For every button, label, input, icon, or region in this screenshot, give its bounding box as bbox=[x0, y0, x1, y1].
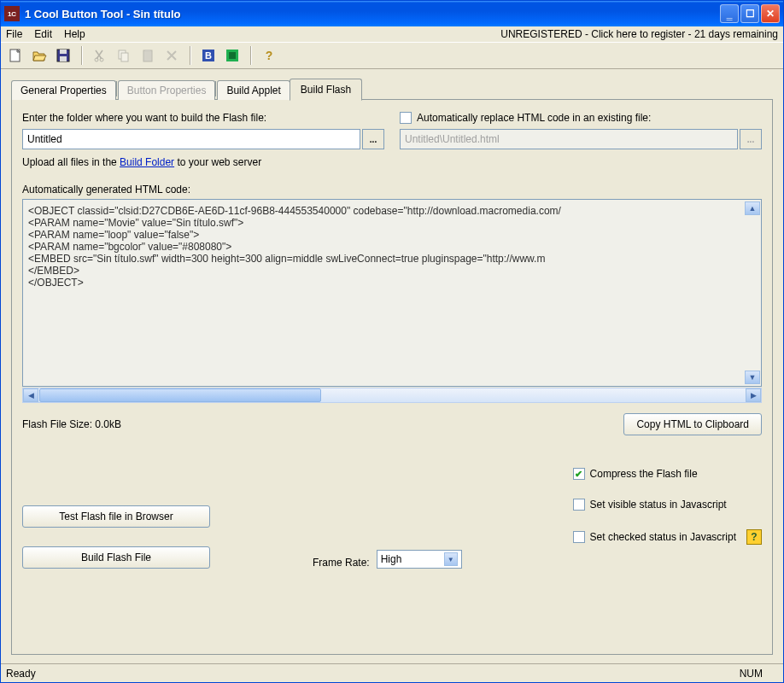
test-flash-button[interactable]: Test Flash file in Browser bbox=[22, 505, 210, 528]
chevron-down-icon: ▼ bbox=[444, 552, 458, 566]
app-icon: 1C bbox=[4, 6, 20, 21]
svg-rect-7 bbox=[121, 53, 128, 61]
delete-icon bbox=[162, 46, 181, 65]
build-folder-link[interactable]: Build Folder bbox=[120, 156, 174, 168]
scroll-right-icon[interactable]: ▶ bbox=[746, 388, 761, 402]
scroll-thumb[interactable] bbox=[39, 388, 321, 402]
frame-rate-select[interactable]: High ▼ bbox=[377, 550, 462, 569]
build-flash-button[interactable]: Build Flash File bbox=[22, 546, 210, 569]
window-title: 1 Cool Button Tool - Sin título bbox=[25, 8, 720, 20]
tab-bar: General Properties Button Properties Bui… bbox=[11, 78, 773, 99]
svg-rect-3 bbox=[60, 56, 67, 61]
register-link[interactable]: UNREGISTERED - Click here to register - … bbox=[500, 28, 778, 40]
scroll-left-icon[interactable]: ◀ bbox=[23, 388, 38, 402]
auto-replace-checkbox[interactable] bbox=[400, 112, 412, 124]
svg-rect-13 bbox=[229, 52, 236, 59]
visible-label: Set visible status in Javascript bbox=[590, 499, 727, 511]
help-icon[interactable]: ? bbox=[260, 46, 278, 65]
menu-file[interactable]: File bbox=[6, 28, 22, 40]
menu-edit[interactable]: Edit bbox=[34, 28, 52, 40]
cut-icon bbox=[91, 46, 109, 65]
svg-rect-9 bbox=[145, 50, 150, 52]
html-code-box[interactable]: <OBJECT classid="clsid:D27CDB6E-AE6D-11c… bbox=[22, 199, 762, 387]
browse-folder-button[interactable]: ... bbox=[362, 129, 384, 149]
status-num: NUM bbox=[740, 668, 778, 680]
save-icon[interactable] bbox=[54, 46, 73, 65]
open-icon[interactable] bbox=[30, 46, 49, 65]
preview-icon[interactable] bbox=[223, 46, 242, 65]
tab-button: Button Properties bbox=[118, 80, 216, 100]
upload-text: Upload all files in the Build Folder to … bbox=[22, 156, 762, 168]
scroll-down-icon[interactable]: ▼ bbox=[745, 371, 760, 384]
checked-checkbox[interactable] bbox=[573, 531, 585, 543]
menu-help[interactable]: Help bbox=[64, 28, 85, 40]
checked-label: Set checked status in Javascript bbox=[590, 531, 736, 543]
scroll-up-icon[interactable]: ▲ bbox=[745, 201, 760, 215]
tab-flash[interactable]: Build Flash bbox=[290, 79, 362, 101]
code-label: Automatically generated HTML code: bbox=[22, 184, 762, 196]
svg-rect-2 bbox=[60, 50, 67, 54]
toolbar: B ? bbox=[1, 42, 783, 69]
titlebar: 1C 1 Cool Button Tool - Sin título ‗ ☐ ✕ bbox=[1, 1, 783, 26]
menubar: File Edit Help UNREGISTERED - Click here… bbox=[1, 26, 783, 42]
frame-rate-label: Frame Rate: bbox=[313, 557, 370, 569]
svg-text:?: ? bbox=[266, 49, 273, 62]
statusbar: Ready NUM bbox=[1, 663, 783, 682]
existing-file-input bbox=[400, 129, 738, 149]
minimize-button[interactable]: ‗ bbox=[720, 4, 739, 23]
tab-general[interactable]: General Properties bbox=[11, 80, 116, 100]
close-button[interactable]: ✕ bbox=[761, 4, 780, 23]
maximize-button[interactable]: ☐ bbox=[740, 4, 759, 23]
file-size-label: Flash File Size: 0.0kB bbox=[22, 418, 121, 430]
help-badge-icon[interactable]: ? bbox=[746, 529, 762, 545]
copy-html-button[interactable]: Copy HTML to Clipboard bbox=[623, 413, 762, 435]
folder-input[interactable] bbox=[22, 129, 360, 149]
visible-checkbox[interactable] bbox=[573, 499, 585, 511]
compress-label: Compress the Flash file bbox=[590, 468, 698, 480]
status-text: Ready bbox=[6, 668, 36, 680]
tab-applet[interactable]: Build Applet bbox=[217, 80, 290, 100]
copy-icon bbox=[114, 46, 133, 65]
horizontal-scrollbar[interactable]: ◀ ▶ bbox=[22, 388, 762, 403]
svg-text:B: B bbox=[205, 50, 212, 61]
new-icon[interactable] bbox=[6, 46, 25, 65]
paste-icon bbox=[138, 46, 157, 65]
browse-existing-button: ... bbox=[740, 129, 762, 149]
folder-label: Enter the folder where you want to build… bbox=[22, 112, 384, 124]
build-b-icon[interactable]: B bbox=[199, 46, 218, 65]
auto-replace-label: Automatically replace HTML code in an ex… bbox=[417, 112, 651, 124]
compress-checkbox[interactable]: ✔ bbox=[573, 468, 585, 480]
